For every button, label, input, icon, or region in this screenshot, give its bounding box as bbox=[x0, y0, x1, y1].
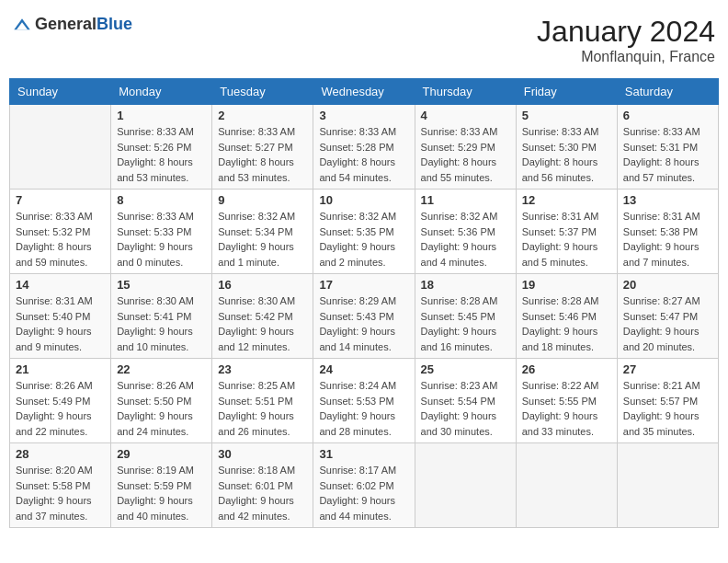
day-info: Sunrise: 8:33 AMSunset: 5:33 PMDaylight:… bbox=[117, 209, 206, 270]
day-cell: 30Sunrise: 8:18 AMSunset: 6:01 PMDayligh… bbox=[212, 443, 313, 528]
week-row-3: 14Sunrise: 8:31 AMSunset: 5:40 PMDayligh… bbox=[10, 274, 719, 359]
page-header: GeneralBlue January 2024 Monflanquin, Fr… bbox=[9, 9, 719, 71]
day-cell: 31Sunrise: 8:17 AMSunset: 6:02 PMDayligh… bbox=[313, 443, 415, 528]
day-number: 22 bbox=[117, 362, 206, 376]
day-number: 28 bbox=[16, 447, 105, 461]
location: Monflanquin, France bbox=[537, 49, 715, 65]
day-number: 12 bbox=[522, 193, 611, 207]
day-cell: 6Sunrise: 8:33 AMSunset: 5:31 PMDaylight… bbox=[617, 105, 718, 190]
day-cell: 10Sunrise: 8:32 AMSunset: 5:35 PMDayligh… bbox=[313, 190, 415, 274]
day-info: Sunrise: 8:19 AMSunset: 5:59 PMDaylight:… bbox=[117, 463, 206, 523]
calendar-table: SundayMondayTuesdayWednesdayThursdayFrid… bbox=[9, 78, 719, 528]
day-cell: 17Sunrise: 8:29 AMSunset: 5:43 PMDayligh… bbox=[313, 274, 415, 359]
day-info: Sunrise: 8:31 AMSunset: 5:38 PMDaylight:… bbox=[623, 209, 712, 270]
day-number: 23 bbox=[218, 362, 307, 376]
day-cell: 21Sunrise: 8:26 AMSunset: 5:49 PMDayligh… bbox=[10, 359, 111, 443]
day-cell: 5Sunrise: 8:33 AMSunset: 5:30 PMDaylight… bbox=[516, 105, 617, 190]
day-info: Sunrise: 8:31 AMSunset: 5:40 PMDaylight:… bbox=[16, 293, 105, 354]
day-info: Sunrise: 8:33 AMSunset: 5:28 PMDaylight:… bbox=[319, 124, 408, 185]
day-info: Sunrise: 8:26 AMSunset: 5:49 PMDaylight:… bbox=[16, 378, 105, 439]
day-number: 5 bbox=[522, 109, 611, 122]
week-row-5: 28Sunrise: 8:20 AMSunset: 5:58 PMDayligh… bbox=[10, 443, 719, 528]
day-cell: 2Sunrise: 8:33 AMSunset: 5:27 PMDaylight… bbox=[212, 105, 313, 190]
day-number: 19 bbox=[522, 278, 611, 292]
column-header-wednesday: Wednesday bbox=[313, 79, 415, 105]
day-info: Sunrise: 8:28 AMSunset: 5:46 PMDaylight:… bbox=[522, 293, 611, 354]
day-number: 18 bbox=[421, 278, 510, 292]
day-info: Sunrise: 8:27 AMSunset: 5:47 PMDaylight:… bbox=[623, 293, 712, 354]
day-number: 25 bbox=[421, 362, 510, 376]
day-info: Sunrise: 8:33 AMSunset: 5:27 PMDaylight:… bbox=[218, 124, 307, 185]
day-header-row: SundayMondayTuesdayWednesdayThursdayFrid… bbox=[10, 79, 719, 105]
day-number: 27 bbox=[623, 362, 712, 376]
day-cell: 18Sunrise: 8:28 AMSunset: 5:45 PMDayligh… bbox=[415, 274, 516, 359]
day-info: Sunrise: 8:23 AMSunset: 5:54 PMDaylight:… bbox=[421, 378, 510, 439]
day-number: 10 bbox=[319, 193, 408, 207]
logo-general: General bbox=[35, 15, 97, 33]
day-cell: 9Sunrise: 8:32 AMSunset: 5:34 PMDaylight… bbox=[212, 190, 313, 274]
day-cell: 14Sunrise: 8:31 AMSunset: 5:40 PMDayligh… bbox=[10, 274, 111, 359]
column-header-friday: Friday bbox=[516, 79, 617, 105]
day-number: 1 bbox=[117, 109, 206, 122]
day-number: 7 bbox=[16, 193, 105, 207]
day-number: 11 bbox=[421, 193, 510, 207]
day-info: Sunrise: 8:26 AMSunset: 5:50 PMDaylight:… bbox=[117, 378, 206, 439]
day-info: Sunrise: 8:30 AMSunset: 5:42 PMDaylight:… bbox=[218, 293, 307, 354]
week-row-1: 1Sunrise: 8:33 AMSunset: 5:26 PMDaylight… bbox=[10, 105, 719, 190]
day-number: 8 bbox=[117, 193, 206, 207]
column-header-thursday: Thursday bbox=[415, 79, 516, 105]
day-cell: 11Sunrise: 8:32 AMSunset: 5:36 PMDayligh… bbox=[415, 190, 516, 274]
day-info: Sunrise: 8:21 AMSunset: 5:57 PMDaylight:… bbox=[623, 378, 712, 439]
day-number: 2 bbox=[218, 109, 307, 122]
day-cell bbox=[415, 443, 516, 528]
day-info: Sunrise: 8:32 AMSunset: 5:36 PMDaylight:… bbox=[421, 209, 510, 270]
day-cell: 28Sunrise: 8:20 AMSunset: 5:58 PMDayligh… bbox=[10, 443, 111, 528]
week-row-2: 7Sunrise: 8:33 AMSunset: 5:32 PMDaylight… bbox=[10, 190, 719, 274]
day-number: 3 bbox=[319, 109, 408, 122]
day-number: 15 bbox=[117, 278, 206, 292]
day-number: 21 bbox=[16, 362, 105, 376]
month-year: January 2024 bbox=[537, 15, 715, 49]
day-info: Sunrise: 8:31 AMSunset: 5:37 PMDaylight:… bbox=[522, 209, 611, 270]
day-number: 30 bbox=[218, 447, 307, 461]
day-cell: 25Sunrise: 8:23 AMSunset: 5:54 PMDayligh… bbox=[415, 359, 516, 443]
day-info: Sunrise: 8:33 AMSunset: 5:29 PMDaylight:… bbox=[421, 124, 510, 185]
column-header-sunday: Sunday bbox=[10, 79, 111, 105]
day-info: Sunrise: 8:17 AMSunset: 6:02 PMDaylight:… bbox=[319, 463, 408, 523]
day-number: 9 bbox=[218, 193, 307, 207]
day-info: Sunrise: 8:33 AMSunset: 5:30 PMDaylight:… bbox=[522, 124, 611, 185]
day-info: Sunrise: 8:32 AMSunset: 5:35 PMDaylight:… bbox=[319, 209, 408, 270]
logo-blue: Blue bbox=[97, 15, 132, 33]
day-info: Sunrise: 8:28 AMSunset: 5:45 PMDaylight:… bbox=[421, 293, 510, 354]
day-cell: 23Sunrise: 8:25 AMSunset: 5:51 PMDayligh… bbox=[212, 359, 313, 443]
day-cell: 16Sunrise: 8:30 AMSunset: 5:42 PMDayligh… bbox=[212, 274, 313, 359]
title-block: January 2024 Monflanquin, France bbox=[537, 15, 715, 65]
day-cell: 15Sunrise: 8:30 AMSunset: 5:41 PMDayligh… bbox=[111, 274, 212, 359]
week-row-4: 21Sunrise: 8:26 AMSunset: 5:49 PMDayligh… bbox=[10, 359, 719, 443]
day-number: 29 bbox=[117, 447, 206, 461]
day-cell: 3Sunrise: 8:33 AMSunset: 5:28 PMDaylight… bbox=[313, 105, 415, 190]
column-header-monday: Monday bbox=[111, 79, 212, 105]
logo: GeneralBlue bbox=[13, 15, 132, 34]
day-number: 6 bbox=[623, 109, 712, 122]
day-cell: 13Sunrise: 8:31 AMSunset: 5:38 PMDayligh… bbox=[617, 190, 718, 274]
day-cell: 20Sunrise: 8:27 AMSunset: 5:47 PMDayligh… bbox=[617, 274, 718, 359]
day-number: 4 bbox=[421, 109, 510, 122]
day-info: Sunrise: 8:22 AMSunset: 5:55 PMDaylight:… bbox=[522, 378, 611, 439]
day-info: Sunrise: 8:33 AMSunset: 5:26 PMDaylight:… bbox=[117, 124, 206, 185]
day-number: 24 bbox=[319, 362, 408, 376]
day-cell: 22Sunrise: 8:26 AMSunset: 5:50 PMDayligh… bbox=[111, 359, 212, 443]
day-number: 31 bbox=[319, 447, 408, 461]
day-number: 13 bbox=[623, 193, 712, 207]
day-cell bbox=[516, 443, 617, 528]
day-number: 16 bbox=[218, 278, 307, 292]
day-cell: 7Sunrise: 8:33 AMSunset: 5:32 PMDaylight… bbox=[10, 190, 111, 274]
logo-icon bbox=[13, 16, 31, 34]
day-number: 20 bbox=[623, 278, 712, 292]
day-cell: 24Sunrise: 8:24 AMSunset: 5:53 PMDayligh… bbox=[313, 359, 415, 443]
day-cell: 1Sunrise: 8:33 AMSunset: 5:26 PMDaylight… bbox=[111, 105, 212, 190]
day-info: Sunrise: 8:24 AMSunset: 5:53 PMDaylight:… bbox=[319, 378, 408, 439]
day-cell: 12Sunrise: 8:31 AMSunset: 5:37 PMDayligh… bbox=[516, 190, 617, 274]
day-cell: 19Sunrise: 8:28 AMSunset: 5:46 PMDayligh… bbox=[516, 274, 617, 359]
column-header-tuesday: Tuesday bbox=[212, 79, 313, 105]
